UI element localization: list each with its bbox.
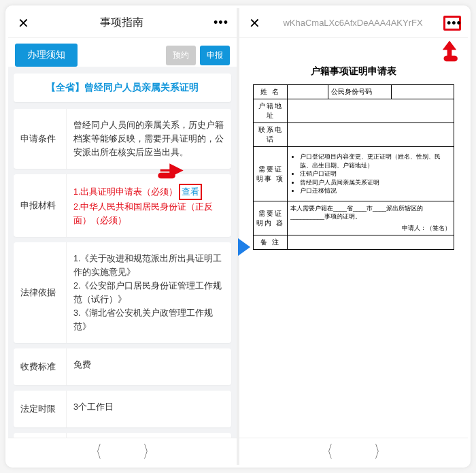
right-phone: ✕ wKhaCmaLXc6AfxDeAAA4AKYrFX ••• 户籍事项证明申…	[238, 8, 468, 465]
item-name: 曾经同户人员亲属关系证明	[84, 82, 199, 93]
cell-name-label: 姓 名	[254, 85, 288, 99]
nav-back-icon[interactable]: 〈	[321, 440, 333, 463]
material-line-1: 1.出具证明申请表（必须）	[73, 187, 177, 197]
left-phone: ✕ 事项指南 ••• 办理须知 预约 申报 【全省】曾经同户人员亲属关系证明 申…	[8, 8, 238, 465]
cell-addr-label: 户籍地址	[254, 99, 288, 123]
row-label: 流程图	[14, 433, 67, 438]
scope-tag: 【全省】	[46, 82, 84, 93]
footer-nav: 〈 〉	[8, 438, 237, 465]
nav-forward-icon[interactable]: 〉	[143, 440, 155, 463]
material-line-2: 2.中华人民共和国居民身份证（正反面）（必须）	[73, 202, 213, 225]
row-time: 法定时限 3个工作日	[14, 391, 231, 427]
row-legal: 法律依据 1.《关于改进和规范派出所出具证明工作的实施意见》 2.《公安部户口居…	[14, 242, 231, 343]
page-title: wKhaCmaLXc6AfxDeAAA4AKYrFX	[262, 18, 443, 28]
svg-rect-0	[158, 173, 175, 178]
need-item: 户口迁移情况	[300, 186, 451, 195]
more-icon[interactable]: •••	[443, 16, 461, 31]
row-materials: 申报材料 1.出具证明申请表（必须）查看 2.中华人民共和国居民身份证（正反面）…	[14, 174, 231, 237]
doc-title: 户籍事项证明申请表	[253, 65, 454, 78]
close-icon[interactable]: ✕	[15, 15, 31, 31]
need-item: 注销户口证明	[300, 169, 451, 178]
action-bar: 办理须知 预约 申报	[8, 38, 237, 67]
row-conditions: 申请条件 曾经同户人员间的亲属关系，历史户籍档案等能够反映，需要开具证明的，公安…	[14, 109, 231, 169]
cell-phone-label: 联系电话	[254, 123, 288, 147]
cell-need-items: 户口登记项目内容变更、更正证明（姓名、性别、民族、出生日期、户籍地址） 注销户口…	[288, 147, 454, 201]
need-item: 曾经同户人员间亲属关系证明	[300, 178, 451, 187]
footer-nav: 〈 〉	[239, 438, 468, 465]
row-value: 1.出具证明申请表（必须）查看 2.中华人民共和国居民身份证（正反面）（必须）	[67, 174, 231, 237]
content-sign: 申请人：（签名）	[290, 224, 451, 233]
need-item: 户口登记项目内容变更、更正证明（姓名、性别、民族、出生日期、户籍地址）	[300, 152, 451, 169]
row-label: 收费标准	[14, 348, 67, 385]
content-line-2: __________事项的证明。	[290, 212, 451, 221]
document-viewer[interactable]: 户籍事项证明申请表 姓 名 公民身份号码 户籍地址 联系电话 需要证明事	[239, 38, 468, 438]
pointer-hand-icon	[435, 39, 464, 63]
instruction-button[interactable]: 办理须知	[15, 44, 78, 67]
row-value: 曾经同户人员间的亲属关系，历史户籍档案等能够反映，需要开具证明的，公安派出所在核…	[67, 109, 231, 169]
cell-remark-label: 备 注	[254, 235, 288, 250]
cell-content-label: 需要证明内 容	[254, 201, 288, 235]
row-label: 申请条件	[14, 109, 67, 169]
row-label: 法定时限	[14, 391, 67, 427]
content-line-1: 本人需要户籍在____省____市____派出所辖区的	[290, 204, 451, 213]
cell-need-label: 需要证明事 项	[254, 147, 288, 201]
form-table: 姓 名 公民身份号码 户籍地址 联系电话 需要证明事 项	[253, 84, 454, 250]
more-icon[interactable]: •••	[212, 16, 230, 30]
left-header: ✕ 事项指南 •••	[8, 8, 237, 38]
cell-id-label: 公民身份号码	[328, 85, 392, 99]
view-link[interactable]: 查看	[179, 184, 202, 200]
reserve-button[interactable]: 预约	[166, 46, 196, 65]
right-header: ✕ wKhaCmaLXc6AfxDeAAA4AKYrFX •••	[239, 8, 468, 38]
close-icon[interactable]: ✕	[246, 15, 262, 31]
content-scroll[interactable]: 【全省】曾经同户人员亲属关系证明 申请条件 曾经同户人员间的亲属关系，历史户籍档…	[8, 67, 237, 438]
nav-forward-icon[interactable]: 〉	[374, 440, 386, 463]
row-fee: 收费标准 免费	[14, 348, 231, 385]
item-banner: 【全省】曾经同户人员亲属关系证明	[14, 74, 231, 102]
row-flow: 流程图 图1 点击查看	[14, 433, 231, 438]
svg-rect-1	[444, 56, 458, 62]
nav-back-icon[interactable]: 〈	[90, 440, 102, 463]
next-step-arrow-icon	[235, 237, 252, 257]
page-title: 事项指南	[31, 16, 212, 30]
row-label: 法律依据	[14, 242, 67, 343]
row-value: 1.《关于改进和规范派出所出具证明工作的实施意见》 2.《公安部户口居民身份证管…	[67, 242, 231, 343]
row-label: 申报材料	[14, 174, 67, 237]
row-value[interactable]: 图1 点击查看	[67, 433, 231, 438]
row-value: 免费	[67, 348, 231, 385]
pointer-hand-icon	[156, 157, 185, 180]
row-value: 3个工作日	[67, 391, 231, 427]
cell-content-body: 本人需要户籍在____省____市____派出所辖区的 __________事项…	[288, 201, 454, 235]
submit-button[interactable]: 申报	[200, 46, 230, 65]
